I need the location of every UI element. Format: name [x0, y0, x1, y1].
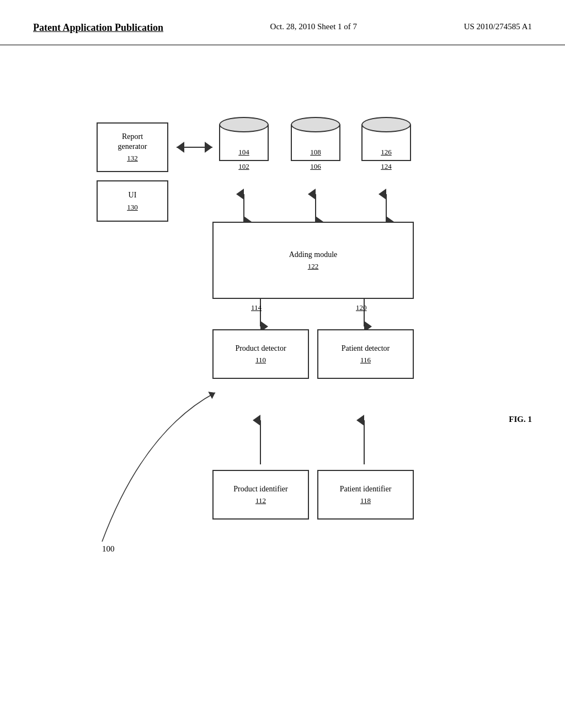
db1-top-num: 104 [219, 148, 269, 157]
cylinder-db2: 108 106 [291, 117, 340, 171]
system-number-label: 100 [102, 544, 115, 554]
patient-detector-box: Patient detector 116 [317, 329, 414, 379]
cylinder-db3: 126 124 [361, 117, 411, 171]
ui-label: UI [129, 190, 137, 200]
product-identifier-box: Product identifier 112 [212, 470, 309, 520]
product-detector-label: Product detector [235, 344, 286, 354]
report-generator-label: Report generator [118, 132, 147, 152]
ui-box: UI 130 [97, 180, 168, 222]
product-detector-num: 110 [255, 356, 266, 365]
patient-detector-num: 116 [360, 356, 371, 365]
report-generator-box: Report generator 132 [97, 122, 168, 172]
db3-top-num: 126 [361, 148, 411, 157]
db1-bottom-num: 102 [238, 162, 249, 171]
patient-identifier-num: 118 [360, 496, 371, 505]
ui-num: 130 [127, 203, 138, 212]
cylinder-db1: 104 102 [219, 117, 269, 171]
product-detector-box: Product detector 110 [212, 329, 309, 379]
patient-identifier-box: Patient identifier 118 [317, 470, 414, 520]
adding-module-num: 122 [308, 262, 319, 271]
patent-number: US 2010/274585 A1 [464, 22, 532, 31]
arrow-label-114: 114 [251, 303, 262, 312]
db2-top-num: 108 [291, 148, 340, 157]
product-identifier-label: Product identifier [233, 484, 287, 494]
adding-module-box: Adding module 122 [212, 222, 414, 299]
arrows-svg [0, 45, 565, 718]
diagram-area: Report generator 132 UI 130 104 102 108 … [0, 45, 565, 718]
patient-detector-label: Patient detector [342, 344, 390, 354]
publication-title: Patent Application Publication [33, 22, 163, 34]
report-generator-num: 132 [127, 154, 138, 163]
sheet-info: Oct. 28, 2010 Sheet 1 of 7 [270, 22, 357, 31]
adding-module-label: Adding module [289, 250, 338, 260]
figure-label: FIG. 1 [509, 415, 532, 424]
db3-bottom-num: 124 [381, 162, 392, 171]
arrow-label-120: 120 [356, 303, 367, 312]
patient-identifier-label: Patient identifier [340, 484, 392, 494]
product-identifier-num: 112 [255, 496, 266, 505]
page-header: Patent Application Publication Oct. 28, … [0, 0, 565, 45]
db2-bottom-num: 106 [310, 162, 321, 171]
